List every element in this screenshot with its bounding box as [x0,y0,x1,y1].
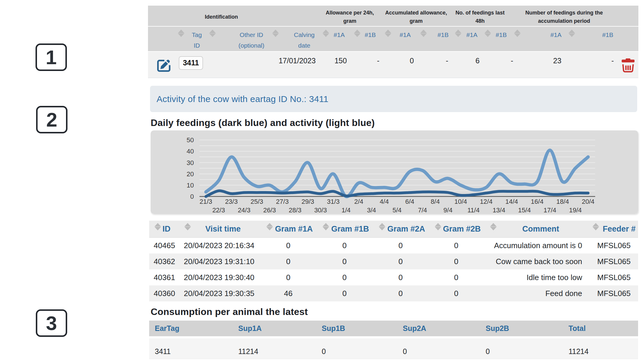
svg-text:25/3: 25/3 [250,198,263,205]
svg-text:29/3: 29/3 [302,198,314,205]
svg-text:17/4: 17/4 [544,206,556,214]
svg-text:0: 0 [190,193,194,200]
svg-text:2/4: 2/4 [354,198,363,205]
svg-text:12/4: 12/4 [480,198,492,205]
svg-text:27/3: 27/3 [276,198,289,205]
svg-text:30/3: 30/3 [314,206,327,214]
svg-text:6/4: 6/4 [405,198,414,205]
svg-text:24/3: 24/3 [238,206,250,214]
svg-text:3/4: 3/4 [367,206,376,214]
svg-text:7/4: 7/4 [418,206,427,214]
svg-text:14/4: 14/4 [505,198,518,205]
svg-text:26/3: 26/3 [263,206,276,214]
svg-text:20: 20 [187,170,194,178]
svg-text:18/4: 18/4 [556,198,569,205]
svg-text:20/4: 20/4 [582,198,595,205]
svg-text:19/4: 19/4 [569,206,582,214]
svg-text:4/4: 4/4 [380,198,389,205]
svg-text:23/3: 23/3 [225,198,238,205]
svg-text:22/3: 22/3 [212,206,225,214]
svg-text:31/3: 31/3 [327,198,340,205]
svg-text:11/4: 11/4 [467,206,479,214]
svg-text:10: 10 [187,182,194,189]
svg-text:10/4: 10/4 [454,198,467,205]
svg-text:9/4: 9/4 [443,206,453,214]
svg-text:13/4: 13/4 [492,206,505,214]
svg-text:28/3: 28/3 [289,206,302,214]
svg-text:21/3: 21/3 [199,198,212,205]
svg-text:30: 30 [187,159,194,167]
svg-text:1/4: 1/4 [342,206,351,214]
svg-text:5/4: 5/4 [392,206,402,214]
svg-text:16/4: 16/4 [531,198,544,205]
svg-text:15/4: 15/4 [518,206,531,214]
svg-text:50: 50 [187,136,194,144]
svg-text:40: 40 [187,148,194,155]
svg-text:8/4: 8/4 [431,198,440,205]
